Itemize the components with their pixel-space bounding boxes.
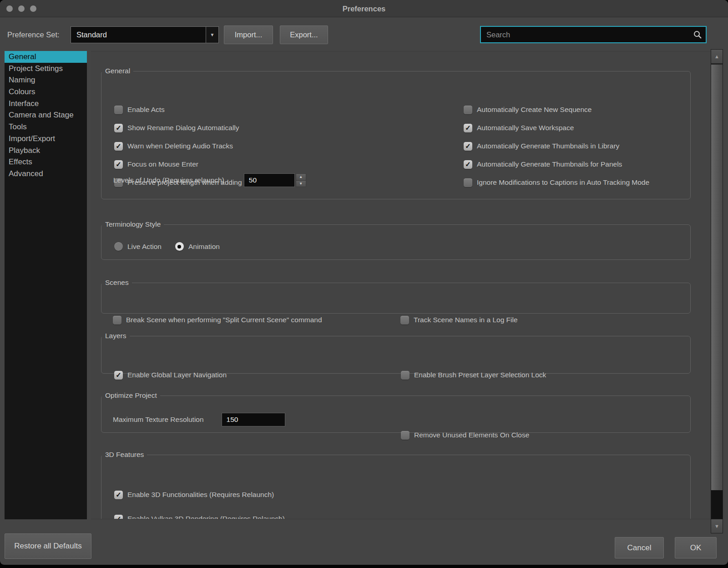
checkbox-track-scene-names-in-a-log-file[interactable] [400, 316, 409, 325]
scrollbar-down-button[interactable]: ▼ [711, 519, 723, 533]
terminology-style-title: Terminology Style [102, 220, 164, 228]
restore-defaults-button[interactable]: Restore all Defaults [5, 533, 91, 559]
checkbox-row-enable-acts: Enable Acts [114, 105, 165, 114]
checkbox-enable-brush-preset-layer-selection-lock[interactable] [401, 371, 410, 380]
sidebar-item-import-export[interactable]: Import/Export [5, 133, 87, 145]
checkbox-row-ignore-modifications-to-captions-in-auto-tracking-mode: Ignore Modifications to Captions in Auto… [464, 178, 649, 187]
preference-set-select[interactable]: Standard ▼ [71, 26, 219, 43]
checkbox-label: Enable Brush Preset Layer Selection Lock [414, 371, 546, 379]
optimize-project-title: Optimize Project [102, 391, 160, 400]
levels-of-undo-stepper: ▲ ▼ [296, 173, 306, 187]
checkbox-automatically-create-new-sequence[interactable] [464, 106, 472, 114]
checkbox-row-show-rename-dialog-automatically: ✓Show Rename Dialog Automatically [114, 123, 239, 132]
checkbox-ignore-modifications-to-captions-in-auto-tracking-mode[interactable] [464, 178, 472, 187]
stepper-down-button[interactable]: ▼ [296, 181, 306, 188]
export-button[interactable]: Export... [280, 25, 328, 44]
radio-label: Animation [188, 243, 220, 251]
settings-scroll-area: General Enable Acts✓Show Rename Dialog A… [91, 51, 711, 519]
radio-option-animation: Animation [175, 242, 220, 251]
category-sidebar: GeneralProject SettingsNamingColoursInte… [5, 51, 87, 519]
checkbox-break-scene-when-performing-split-current-scene-command[interactable] [113, 316, 121, 325]
ok-button[interactable]: OK [675, 537, 717, 558]
general-section-title: General [102, 67, 133, 75]
cancel-button[interactable]: Cancel [615, 537, 664, 558]
optimize-project-section: Optimize Project Maximum Texture Resolut… [101, 391, 691, 433]
levels-of-undo-input[interactable] [244, 173, 295, 187]
search-input[interactable] [481, 27, 706, 42]
max-texture-resolution-input[interactable] [222, 413, 285, 426]
sidebar-item-project-settings[interactable]: Project Settings [5, 63, 87, 75]
checkbox-enable-global-layer-navigation[interactable]: ✓ [114, 371, 123, 380]
3d-features-section: 3D Features ✓Enable 3D Functionalities (… [101, 451, 691, 519]
general-section: General Enable Acts✓Show Rename Dialog A… [101, 67, 691, 199]
checkbox-label: Track Scene Names in a Log File [414, 316, 518, 324]
checkbox-focus-on-mouse-enter[interactable]: ✓ [114, 160, 123, 169]
levels-of-undo-row: Levels of Undo (Requires relaunch) ▲ ▼ [113, 173, 306, 187]
sidebar-item-effects[interactable]: Effects [5, 156, 87, 168]
stepper-up-button[interactable]: ▲ [296, 173, 306, 181]
max-texture-resolution-label: Maximum Texture Resolution [113, 416, 204, 424]
sidebar-item-colours[interactable]: Colours [5, 86, 87, 98]
checkbox-label: Automatically Save Workspace [477, 124, 574, 132]
3d-features-title: 3D Features [102, 451, 147, 459]
checkbox-label: Focus on Mouse Enter [127, 160, 198, 168]
checkbox-label: Enable Acts [127, 106, 165, 114]
sidebar-item-naming[interactable]: Naming [5, 74, 87, 86]
search-field [480, 26, 707, 43]
checkbox-label: Warn when Deleting Audio Tracks [127, 142, 233, 150]
radio-dot [177, 245, 181, 248]
chevron-down-icon: ▼ [206, 27, 218, 43]
checkbox-warn-when-deleting-audio-tracks[interactable]: ✓ [114, 142, 123, 151]
preference-set-value: Standard [71, 27, 206, 43]
sidebar-item-playback[interactable]: Playback [5, 145, 87, 157]
scenes-section: Scenes Break Scene when performing "Spli… [101, 279, 691, 314]
checkbox-automatically-generate-thumbnails-in-library[interactable]: ✓ [464, 142, 472, 151]
checkbox-label: Break Scene when performing "Split Curre… [126, 316, 322, 324]
checkbox-enable-acts[interactable] [114, 106, 123, 114]
checkbox-row-enable-vulkan-3d-rendering-requires-relaunch: ✓Enable Vulkan 3D Rendering (Requires Re… [114, 514, 285, 519]
checkbox-automatically-save-workspace[interactable]: ✓ [464, 124, 472, 132]
checkbox-row-track-scene-names-in-a-log-file: Track Scene Names in a Log File [400, 315, 518, 325]
checkbox-label: Automatically Generate Thumbnails for Pa… [477, 160, 622, 168]
import-button[interactable]: Import... [224, 25, 273, 44]
scrollbar-up-button[interactable]: ▲ [711, 50, 723, 64]
checkbox-label: Ignore Modifications to Captions in Auto… [477, 178, 649, 187]
radio-live-action[interactable] [114, 242, 123, 251]
checkbox-label: Show Rename Dialog Automatically [127, 124, 239, 132]
checkbox-row-automatically-generate-thumbnails-in-library: ✓Automatically Generate Thumbnails in Li… [464, 142, 619, 151]
scrollbar-track[interactable] [711, 490, 723, 519]
checkbox-row-enable-3d-functionalities-requires-relaunch: ✓Enable 3D Functionalities (Requires Rel… [114, 490, 274, 499]
sidebar-item-tools[interactable]: Tools [5, 121, 87, 133]
max-texture-resolution-row: Maximum Texture Resolution [113, 413, 285, 426]
preference-set-label: Preference Set: [7, 26, 60, 43]
levels-of-undo-label: Levels of Undo (Requires relaunch) [113, 176, 224, 184]
terminology-style-section: Terminology Style Live ActionAnimation [101, 220, 691, 260]
checkbox-label: Enable Global Layer Navigation [127, 371, 227, 379]
sidebar-item-interface[interactable]: Interface [5, 98, 87, 110]
checkbox-enable-vulkan-3d-rendering-requires-relaunch[interactable]: ✓ [114, 515, 123, 520]
sidebar-item-camera-and-stage[interactable]: Camera and Stage [5, 109, 87, 121]
preferences-window: Preferences Preference Set: Standard ▼ I… [0, 0, 728, 565]
checkbox-row-warn-when-deleting-audio-tracks: ✓Warn when Deleting Audio Tracks [114, 142, 233, 151]
checkbox-row-enable-brush-preset-layer-selection-lock: Enable Brush Preset Layer Selection Lock [401, 370, 546, 380]
radio-label: Live Action [127, 243, 162, 251]
checkbox-enable-3d-functionalities-requires-relaunch[interactable]: ✓ [114, 491, 123, 499]
layers-section: Layers ✓Enable Global Layer NavigationEn… [101, 332, 691, 374]
scenes-section-title: Scenes [102, 279, 132, 287]
checkbox-automatically-generate-thumbnails-for-panels[interactable]: ✓ [464, 160, 472, 169]
vertical-scrollbar[interactable]: ▲ ▼ [711, 49, 723, 533]
checkbox-row-break-scene-when-performing-split-current-scene-command: Break Scene when performing "Split Curre… [113, 315, 322, 325]
checkbox-row-focus-on-mouse-enter: ✓Focus on Mouse Enter [114, 160, 198, 169]
checkbox-label: Automatically Create New Sequence [477, 106, 592, 114]
window-title: Preferences [0, 0, 728, 17]
titlebar: Preferences [0, 0, 728, 17]
scrollbar-thumb[interactable] [711, 65, 723, 490]
sidebar-item-general[interactable]: General [5, 51, 87, 63]
checkbox-row-automatically-save-workspace: ✓Automatically Save Workspace [464, 123, 574, 132]
sidebar-item-advanced[interactable]: Advanced [5, 168, 87, 180]
search-icon [693, 30, 702, 39]
checkbox-row-remove-unused-elements-on-close: Remove Unused Elements On Close [401, 431, 529, 440]
radio-animation[interactable] [175, 242, 184, 251]
checkbox-remove-unused-elements-on-close[interactable] [401, 431, 410, 440]
checkbox-show-rename-dialog-automatically[interactable]: ✓ [114, 124, 123, 132]
